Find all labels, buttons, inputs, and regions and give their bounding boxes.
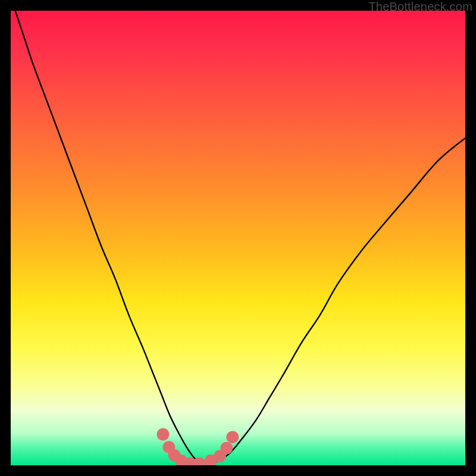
- bottleneck-curve: [15, 11, 465, 464]
- fit-marker: [220, 441, 233, 454]
- fit-marker: [226, 431, 239, 443]
- chart-frame: [11, 11, 465, 465]
- watermark-text: TheBottleneck.com: [368, 0, 472, 14]
- plot-svg: [11, 11, 465, 465]
- fit-marker: [156, 428, 169, 441]
- fit-markers: [156, 428, 239, 465]
